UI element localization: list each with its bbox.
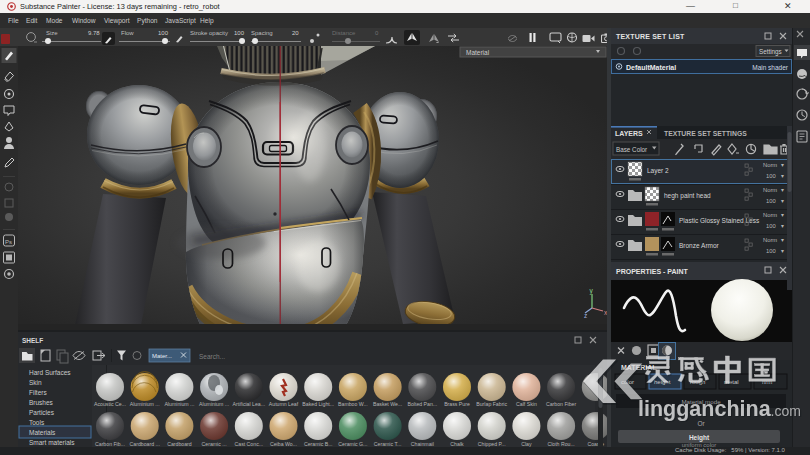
svg-text:height: height (654, 379, 671, 385)
svg-text:Ceramic B...: Ceramic B... (304, 441, 333, 447)
svg-text:Norm: Norm (763, 212, 777, 218)
svg-text:Ps: Ps (5, 239, 12, 245)
svg-text:Filters: Filters (29, 389, 47, 396)
svg-text:LAYERS: LAYERS (615, 130, 643, 137)
svg-text:Chalk: Chalk (450, 441, 464, 447)
svg-text:100: 100 (766, 223, 776, 229)
svg-text:Aluminium ...: Aluminium ... (199, 401, 229, 407)
svg-text:Calf Skin: Calf Skin (516, 401, 537, 407)
svg-text:Material mode: Material mode (681, 398, 721, 405)
svg-text:Brushes: Brushes (29, 399, 54, 406)
svg-text:Cast Conc...: Cast Conc... (235, 441, 264, 447)
svg-text:Materials: Materials (29, 429, 56, 436)
svg-text:▾: ▾ (781, 198, 784, 204)
svg-text:metal: metal (724, 379, 739, 385)
svg-text:Burlap Fabric: Burlap Fabric (476, 401, 507, 407)
svg-text:rough: rough (690, 379, 705, 385)
svg-text:TEXTURE SET LIST: TEXTURE SET LIST (616, 33, 685, 40)
svg-text:Bolted Pan...: Bolted Pan... (407, 401, 437, 407)
svg-text:Plastic Glossy Stained Less: Plastic Glossy Stained Less (679, 217, 760, 225)
svg-text:Acoustic Ce...: Acoustic Ce... (94, 401, 126, 407)
svg-text:▾: ▾ (781, 223, 784, 229)
svg-text:nrm: nrm (762, 379, 772, 385)
svg-text:Ceramic ...: Ceramic ... (202, 441, 227, 447)
svg-text:Aluminium ...: Aluminium ... (164, 401, 194, 407)
svg-text:Height: Height (689, 434, 710, 442)
svg-text:Main shader: Main shader (752, 64, 789, 71)
svg-text:Smart materials: Smart materials (29, 439, 75, 446)
svg-text:PROPERTIES - PAINT: PROPERTIES - PAINT (616, 268, 689, 275)
svg-text:Basket We...: Basket We... (373, 401, 402, 407)
svg-text:100: 100 (766, 198, 776, 204)
svg-text:Material: Material (466, 49, 490, 56)
svg-text:MATERIAL: MATERIAL (621, 364, 657, 371)
svg-text:Autumn Leaf: Autumn Leaf (269, 401, 299, 407)
svg-text:Norm: Norm (763, 237, 777, 243)
svg-text:100: 100 (766, 173, 776, 179)
svg-text:color: color (621, 379, 634, 385)
svg-text:Bronze Armor: Bronze Armor (679, 242, 720, 249)
svg-text:Or: Or (697, 420, 705, 427)
svg-text:Baked Light...: Baked Light... (302, 401, 334, 407)
svg-text:Ceiba Wo...: Ceiba Wo... (270, 441, 297, 447)
svg-text:▾: ▾ (781, 212, 784, 218)
svg-text:Cardboard: Cardboard (167, 441, 192, 447)
svg-text:Tools: Tools (29, 419, 45, 426)
svg-text:Cardboard ...: Cardboard ... (130, 441, 160, 447)
svg-text:Norm: Norm (763, 162, 777, 168)
svg-text:▾: ▾ (781, 248, 784, 254)
svg-text:Brass Pure: Brass Pure (444, 401, 470, 407)
svg-text:Bamboo W...: Bamboo W... (338, 401, 368, 407)
svg-text:Layer 2: Layer 2 (647, 167, 669, 175)
svg-text:Aluminium ...: Aluminium ... (130, 401, 160, 407)
svg-text:DefaultMaterial: DefaultMaterial (626, 64, 676, 71)
svg-text:▾: ▾ (781, 162, 784, 168)
svg-text:Particles: Particles (29, 409, 55, 416)
svg-text:Chipped P...: Chipped P... (478, 441, 506, 447)
svg-text:Search...: Search... (199, 353, 225, 360)
svg-text:Carbon Fiber: Carbon Fiber (546, 401, 577, 407)
svg-text:Clay: Clay (521, 441, 532, 447)
svg-text:hegh paint head: hegh paint head (664, 192, 711, 200)
svg-text:Carbon Fib...: Carbon Fib... (95, 441, 125, 447)
svg-text:▾: ▾ (781, 173, 784, 179)
svg-text:100: 100 (766, 248, 776, 254)
svg-text:TEXTURE SET SETTINGS: TEXTURE SET SETTINGS (664, 130, 747, 137)
svg-text:SHELF: SHELF (22, 337, 43, 344)
svg-text:Hard Surfaces: Hard Surfaces (29, 369, 71, 376)
svg-text:Settings: Settings (759, 48, 782, 56)
svg-text:▾: ▾ (781, 187, 784, 193)
svg-text:Ceramic G...: Ceramic G... (338, 441, 367, 447)
svg-text:Ceramic T...: Ceramic T... (374, 441, 402, 447)
svg-text:Skin: Skin (29, 379, 42, 386)
svg-text:Norm: Norm (763, 187, 777, 193)
svg-text:Artificial Lea...: Artificial Lea... (233, 401, 266, 407)
svg-text:Chainmail: Chainmail (411, 441, 434, 447)
svg-text:z: z (584, 312, 587, 319)
svg-text:Mater...: Mater... (152, 353, 172, 359)
svg-text:Base Color: Base Color (616, 146, 647, 153)
svg-text:Cloth Rou...: Cloth Rou... (547, 441, 574, 447)
svg-text:▾: ▾ (781, 237, 784, 243)
